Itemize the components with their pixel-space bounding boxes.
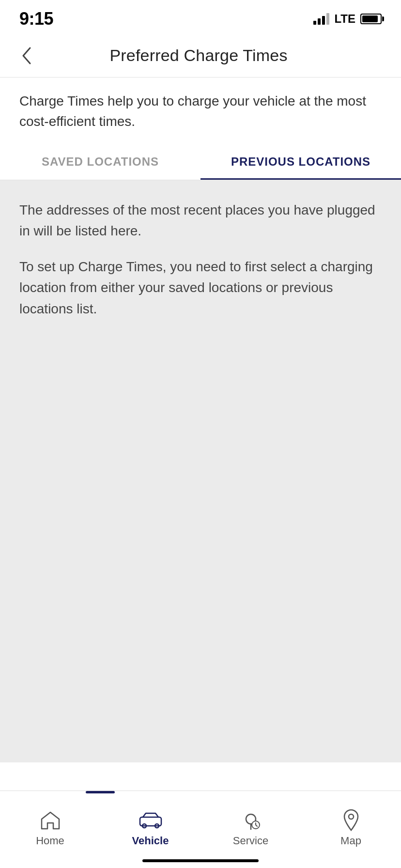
info-text-1: The addresses of the most recent places … bbox=[19, 200, 382, 242]
svg-point-5 bbox=[349, 814, 354, 819]
map-icon bbox=[339, 809, 364, 831]
status-time: 9:15 bbox=[19, 9, 53, 29]
page-title: Preferred Charge Times bbox=[43, 46, 355, 65]
previous-locations-content: The addresses of the most recent places … bbox=[0, 180, 401, 762]
status-bar: 9:15 LTE bbox=[0, 0, 401, 34]
home-label: Home bbox=[36, 835, 64, 847]
info-text-2: To set up Charge Times, you need to firs… bbox=[19, 256, 382, 319]
back-button[interactable] bbox=[19, 45, 43, 66]
description-text: Charge Times help you to charge your veh… bbox=[0, 78, 401, 143]
vehicle-active-indicator bbox=[86, 791, 115, 793]
bottom-tab-vehicle[interactable]: Vehicle bbox=[100, 803, 200, 847]
battery-icon bbox=[360, 14, 382, 24]
vehicle-label: Vehicle bbox=[132, 835, 169, 847]
vehicle-icon bbox=[138, 809, 163, 831]
tab-saved-locations[interactable]: SAVED LOCATIONS bbox=[0, 143, 200, 180]
home-indicator bbox=[142, 859, 259, 862]
lte-label: LTE bbox=[334, 12, 355, 26]
tab-previous-locations[interactable]: PREVIOUS LOCATIONS bbox=[200, 143, 401, 180]
service-label: Service bbox=[233, 835, 268, 847]
service-icon bbox=[238, 809, 263, 831]
signal-icon bbox=[313, 13, 329, 25]
bottom-tab-map[interactable]: Map bbox=[301, 803, 401, 847]
nav-bar: Preferred Charge Times bbox=[0, 34, 401, 78]
bottom-tab-bar: Home Vehicle Service bbox=[0, 790, 401, 868]
home-icon bbox=[38, 809, 63, 831]
map-label: Map bbox=[340, 835, 361, 847]
status-icons: LTE bbox=[313, 12, 382, 26]
bottom-tab-service[interactable]: Service bbox=[200, 803, 301, 847]
bottom-tab-home[interactable]: Home bbox=[0, 803, 100, 847]
tabs-container: SAVED LOCATIONS PREVIOUS LOCATIONS bbox=[0, 143, 401, 180]
